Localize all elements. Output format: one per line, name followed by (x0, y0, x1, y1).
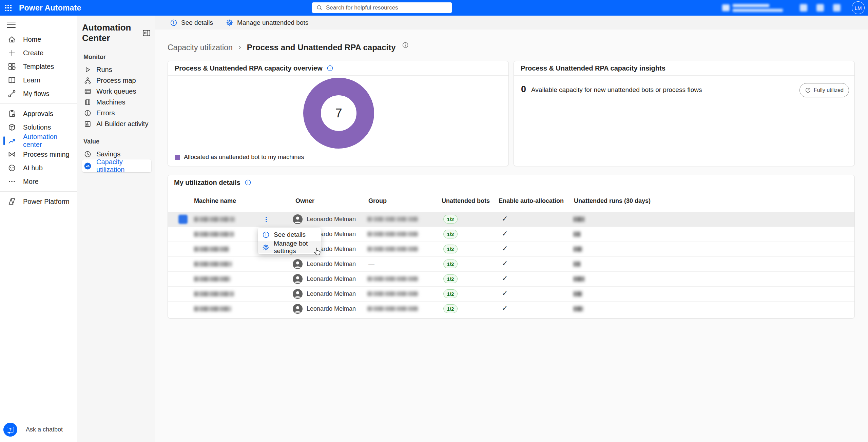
sidebar-item-create[interactable]: Create (0, 46, 77, 60)
chevron-down-icon (389, 199, 394, 204)
table-row[interactable]: Leonardo Melman—1/2✓ (168, 256, 854, 271)
insights-card-title: Process & Unattended RPA capacity insigh… (521, 64, 666, 72)
unattended-runs-redacted (574, 217, 584, 222)
chevron-down-icon (317, 199, 322, 204)
owner-cell: Leonardo Melman (293, 214, 356, 224)
auto-allocation-check-icon: ✓ (502, 274, 508, 283)
sidebar-item-automation-center[interactable]: Automation center (0, 134, 77, 148)
settings-icon[interactable] (800, 4, 807, 12)
person-icon (293, 289, 303, 299)
avatar (293, 274, 303, 284)
sidebar-item-process-mining[interactable]: Process mining (0, 148, 77, 161)
sidebar-item-home[interactable]: Home (0, 33, 77, 46)
collapse-panel-button[interactable] (142, 28, 151, 38)
info-icon (170, 19, 177, 26)
avatar (293, 304, 303, 314)
panel-item-process-map[interactable]: Process map (82, 75, 151, 86)
panel-item-capacity-utilization[interactable]: Capacity utilization (82, 159, 151, 172)
ai-hub-icon (7, 164, 16, 172)
column-header-owner[interactable]: Owner (295, 190, 322, 212)
sidebar-item-power-platform[interactable]: Power Platform (0, 195, 77, 208)
owner-name: Leonardo Melman (307, 261, 356, 268)
unattended-bots-badge: 1/2 (443, 245, 458, 253)
panel-item-runs[interactable]: Runs (82, 64, 151, 75)
table-row[interactable]: Leonardo Melman1/2✓ (168, 271, 854, 286)
sidebar-item-approvals[interactable]: Approvals (0, 107, 77, 120)
chevron-down-icon (239, 199, 244, 204)
column-header-label: Machine name (194, 197, 236, 205)
unattended-runs-redacted (574, 276, 584, 282)
panel-item-errors[interactable]: Errors (82, 108, 151, 118)
account-avatar[interactable]: LM (852, 1, 865, 14)
row-more-button[interactable] (263, 215, 269, 224)
automation-center-panel: Automation Center Monitor RunsProcess ma… (77, 16, 155, 442)
avatar (293, 214, 303, 224)
panel-item-ai-builder-activity[interactable]: AI Builder activity (82, 118, 151, 129)
machine-icon (178, 215, 188, 224)
sidebar-item-templates[interactable]: Templates (0, 60, 77, 73)
sidebar-item-my-flows[interactable]: My flows (0, 87, 77, 100)
column-header-machine-name[interactable]: Machine name (194, 190, 244, 212)
info-icon[interactable] (327, 65, 333, 72)
group-redacted (367, 217, 418, 222)
collapse-panel-icon (142, 28, 151, 38)
avatar (293, 289, 303, 299)
help-icon[interactable] (816, 4, 824, 12)
table-row[interactable]: Leonardo Melman1/2✓ (168, 286, 854, 301)
process-map-icon (84, 77, 92, 84)
column-header-enable-auto-allocation[interactable]: Enable auto-allocation (499, 190, 571, 212)
environment-icon (722, 4, 730, 11)
breadcrumb-parent[interactable]: Capacity utilization (168, 43, 233, 52)
column-header-unattended-bots[interactable]: Unattended bots (442, 190, 497, 212)
column-header-group[interactable]: Group (368, 190, 394, 212)
sidebar-item-label: More (23, 178, 39, 186)
context-menu-item-see-details[interactable]: See details (258, 228, 321, 241)
rail-divider (0, 191, 77, 192)
panel-item-label: Runs (96, 66, 112, 74)
table-row[interactable]: Leonardo Melman1/2✓ (168, 301, 854, 316)
toolbar-button-see-details[interactable]: See details (170, 19, 213, 26)
auto-allocation-check-icon: ✓ (502, 259, 508, 268)
breadcrumb: Capacity utilization Process and Unatten… (168, 42, 855, 53)
available-capacity-value: 0 (521, 84, 526, 95)
notifications-icon[interactable] (833, 4, 841, 12)
group-redacted (367, 306, 418, 311)
sidebar-item-ai-hub[interactable]: AI hub (0, 161, 77, 175)
info-icon (262, 231, 270, 238)
sidebar-item-label: Home (23, 36, 41, 43)
auto-allocation-check-icon: ✓ (502, 229, 508, 238)
info-icon[interactable] (402, 42, 409, 49)
sidebar-item-learn[interactable]: Learn (0, 73, 77, 87)
person-icon (293, 274, 303, 284)
approvals-icon (7, 109, 16, 118)
context-menu-item-manage-bot-settings[interactable]: Manage bot settings (258, 241, 321, 253)
sidebar-item-label: AI hub (23, 164, 43, 172)
panel-item-label: Work queues (96, 88, 136, 95)
panel-item-label: Errors (96, 109, 115, 117)
sidebar-item-label: Create (23, 49, 43, 57)
sidebar-item-more[interactable]: More (0, 175, 77, 188)
panel-item-machines[interactable]: Machines (82, 97, 151, 108)
sidebar-item-label: Templates (23, 63, 54, 71)
column-header-label: Unattended bots (442, 197, 490, 205)
app-title[interactable]: Power Automate (19, 3, 81, 13)
sidebar-item-solutions[interactable]: Solutions (0, 120, 77, 134)
auto-allocation-check-icon: ✓ (502, 214, 508, 223)
info-icon[interactable] (245, 179, 251, 186)
nav-toggle-button[interactable] (7, 22, 16, 28)
table-row[interactable]: Leonardo Melman1/2✓ (168, 212, 854, 227)
toolbar-button-manage-unattended-bots[interactable]: Manage unattended bots (226, 19, 308, 26)
section-label-value: Value (83, 138, 151, 145)
search-input[interactable]: Search for helpful resources (312, 2, 452, 13)
panel-item-work-queues[interactable]: Work queues (82, 86, 151, 97)
chatbot-launcher[interactable]: ? Ask a chatbot (0, 423, 77, 442)
savings-icon (84, 150, 92, 158)
auto-allocation-check-icon: ✓ (502, 289, 508, 297)
column-header-label: Unattended runs (30 days) (574, 197, 651, 205)
environment-picker[interactable] (722, 4, 783, 12)
learn-icon (7, 76, 16, 84)
owner-name: Leonardo Melman (307, 275, 356, 283)
power-platform-icon (7, 197, 16, 206)
app-launcher-button[interactable] (0, 0, 16, 16)
sidebar-item-label: Solutions (23, 123, 51, 131)
